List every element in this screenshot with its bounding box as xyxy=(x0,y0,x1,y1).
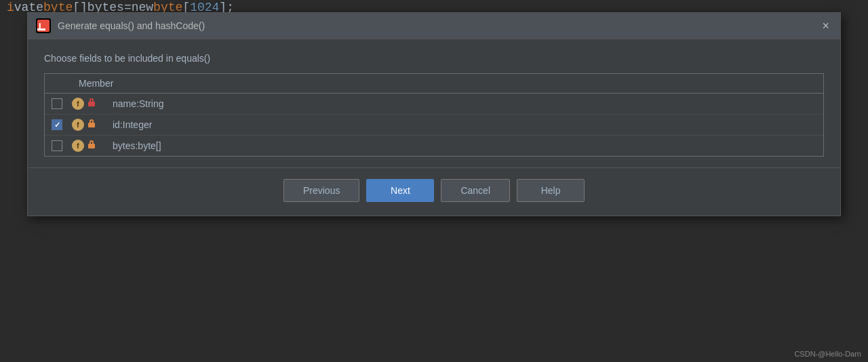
field-icon: f xyxy=(72,119,84,131)
watermark: CSDN-@Hello-Darn xyxy=(794,350,861,358)
member-name-label: id:Integer xyxy=(113,119,152,130)
member-table: Member f xyxy=(44,73,824,157)
lock-icon xyxy=(87,141,96,150)
icons-cell-bytes: f xyxy=(72,140,113,152)
icons-cell-id: f xyxy=(72,119,113,131)
next-button[interactable]: Next xyxy=(366,179,434,202)
svg-rect-3 xyxy=(37,28,45,31)
dialog-titlebar: I Generate equals() and hashCode() × xyxy=(28,13,840,39)
checkbox-bytes[interactable] xyxy=(52,140,62,151)
checkbox-cell-bytes[interactable] xyxy=(52,140,72,151)
table-row: f bytes:byte[] xyxy=(45,136,823,156)
close-button[interactable]: × xyxy=(819,20,832,32)
dialog-body: Choose fields to be included in equals()… xyxy=(28,39,840,167)
table-row: f id:Integer xyxy=(45,115,823,136)
cancel-button[interactable]: Cancel xyxy=(441,179,510,202)
checkbox-name[interactable] xyxy=(52,98,62,109)
checkbox-cell-name[interactable] xyxy=(52,98,72,109)
intellij-icon: I xyxy=(36,18,51,33)
dialog: I Generate equals() and hashCode() × Cho… xyxy=(27,12,841,216)
dialog-subtitle: Choose fields to be included in equals() xyxy=(44,53,824,64)
member-name-label: name:String xyxy=(113,98,163,109)
checkbox-id[interactable] xyxy=(52,119,62,130)
field-icon: f xyxy=(72,140,84,152)
lock-icon xyxy=(87,120,96,129)
field-icon: f xyxy=(72,98,84,110)
previous-button[interactable]: Previous xyxy=(283,179,359,202)
checkbox-cell-id[interactable] xyxy=(52,119,72,130)
member-name-label: bytes:byte[] xyxy=(113,140,161,151)
table-header: Member xyxy=(45,74,823,94)
help-button[interactable]: Help xyxy=(517,179,585,202)
table-row: f name:String xyxy=(45,94,823,115)
lock-icon xyxy=(87,99,96,108)
dialog-title: Generate equals() and hashCode() xyxy=(58,20,819,31)
icons-cell-name: f xyxy=(72,98,113,110)
member-column-header: Member xyxy=(79,78,113,89)
dialog-footer: Previous Next Cancel Help xyxy=(28,167,840,216)
